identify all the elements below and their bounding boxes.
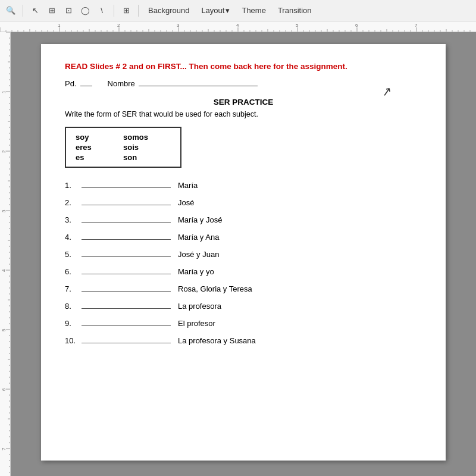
item-subject: Rosa, Gloria y Teresa <box>178 284 252 293</box>
item-subject: María y yo <box>178 267 214 276</box>
answer-line <box>82 205 171 205</box>
item-subject: María y José <box>178 215 222 224</box>
conj-somos: somos <box>123 133 171 142</box>
item-number: 8. <box>65 302 78 311</box>
line-icon[interactable]: \ <box>95 4 109 18</box>
conjugation-grid: soy somos eres sois es son <box>76 133 171 162</box>
item-number: 7. <box>65 284 78 293</box>
layout-button[interactable]: Layout ▾ <box>196 5 234 16</box>
separator2 <box>114 5 114 17</box>
vertical-ruler <box>0 32 11 476</box>
answer-line <box>82 222 171 223</box>
item-subject: María <box>178 181 198 190</box>
item-subject: La profesora y Susana <box>178 336 256 345</box>
read-instruction: READ Slides # 2 and on FIRST... Then com… <box>65 62 422 71</box>
section-title: SER PRACTICE <box>65 98 422 107</box>
slide: ↗ READ Slides # 2 and on FIRST... Then c… <box>41 44 446 461</box>
practice-item: 5.José y Juan <box>65 250 422 259</box>
answer-line <box>82 308 171 309</box>
practice-item: 9.El profesor <box>65 319 422 328</box>
main-area: ↗ READ Slides # 2 and on FIRST... Then c… <box>0 32 476 476</box>
item-subject: José <box>178 198 194 207</box>
answer-line <box>82 291 171 292</box>
separator3 <box>138 5 139 17</box>
pd-nombre-line: Pd. Nombre <box>65 79 422 88</box>
toolbar: 🔍 ↖ ⊞ ⊡ ◯ \ ⊞ Background Layout ▾ Theme … <box>0 0 476 21</box>
answer-line <box>82 256 171 257</box>
nombre-label: Nombre <box>108 79 135 88</box>
pd-label: Pd. <box>65 79 77 88</box>
conjugation-box: soy somos eres sois es son <box>65 127 181 168</box>
practice-item: 6.María y yo <box>65 267 422 276</box>
horizontal-ruler <box>0 21 476 32</box>
conj-es: es <box>76 153 123 162</box>
conj-son: son <box>123 153 171 162</box>
conj-sois: sois <box>123 143 171 152</box>
conj-eres: eres <box>76 143 123 152</box>
practice-item: 8.La profesora <box>65 302 422 311</box>
item-number: 6. <box>65 267 78 276</box>
search-icon[interactable]: 🔍 <box>4 4 18 18</box>
item-number: 1. <box>65 181 78 190</box>
item-number: 10. <box>65 336 78 345</box>
practice-item: 10.La profesora y Susana <box>65 336 422 345</box>
practice-item: 3.María y José <box>65 215 422 224</box>
item-number: 3. <box>65 215 78 224</box>
pd-underline <box>80 86 92 86</box>
nombre-underline <box>139 86 258 86</box>
answer-line <box>82 187 171 188</box>
practice-item: 4.María y Ana <box>65 233 422 242</box>
practice-list: 1.María2.José3.María y José4.María y Ana… <box>65 181 422 345</box>
item-subject: La profesora <box>178 302 221 311</box>
item-subject: María y Ana <box>178 233 219 242</box>
answer-line <box>82 239 171 240</box>
theme-button[interactable]: Theme <box>237 5 270 16</box>
separator <box>23 5 23 17</box>
practice-item: 1.María <box>65 181 422 190</box>
item-subject: El profesor <box>178 319 215 328</box>
select-icon[interactable]: ↖ <box>28 4 42 18</box>
instructions: Write the form of SER that would be used… <box>65 110 422 118</box>
answer-line <box>82 343 171 343</box>
text-box-icon[interactable]: ⊞ <box>45 4 59 18</box>
item-subject: José y Juan <box>178 250 219 259</box>
answer-line <box>82 325 171 326</box>
slide-container[interactable]: ↗ READ Slides # 2 and on FIRST... Then c… <box>11 32 476 476</box>
item-number: 5. <box>65 250 78 259</box>
item-number: 9. <box>65 319 78 328</box>
item-number: 4. <box>65 233 78 242</box>
transition-button[interactable]: Transition <box>273 5 317 16</box>
background-button[interactable]: Background <box>143 5 194 16</box>
layout-dropdown-icon: ▾ <box>226 6 230 15</box>
practice-item: 2.José <box>65 198 422 207</box>
shape-icon[interactable]: ◯ <box>78 4 92 18</box>
practice-item: 7.Rosa, Gloria y Teresa <box>65 284 422 293</box>
image-icon[interactable]: ⊡ <box>61 4 76 18</box>
answer-line <box>82 274 171 274</box>
conj-soy: soy <box>76 133 123 142</box>
slides-icon[interactable]: ⊞ <box>119 4 133 18</box>
item-number: 2. <box>65 198 78 207</box>
